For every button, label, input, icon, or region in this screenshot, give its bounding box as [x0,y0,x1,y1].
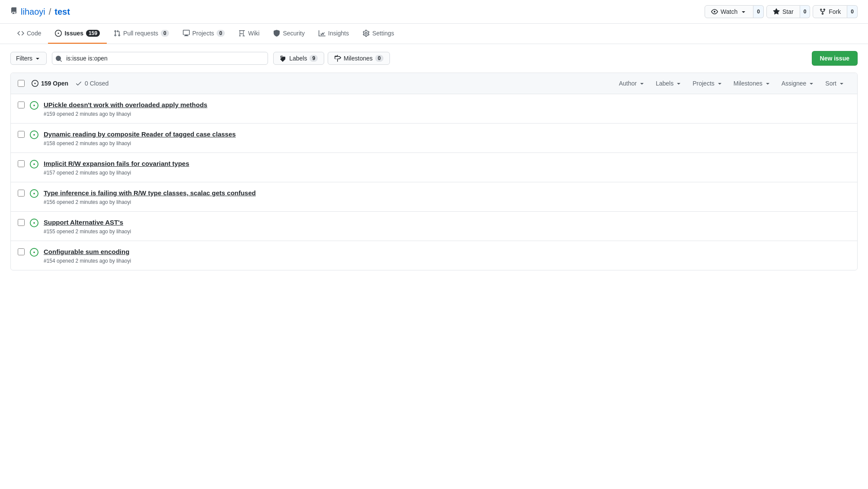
issue-title[interactable]: Configurable sum encoding [44,248,129,255]
fork-group: Fork 0 [813,5,858,18]
issue-meta: #155 opened 2 minutes ago by lihaoyi [44,229,850,235]
issue-title[interactable]: UPickle doesn't work with overloaded app… [44,101,207,108]
new-issue-button[interactable]: New issue [812,51,858,66]
issue-row: Dynamic reading by composite Reader of t… [11,124,857,153]
tab-projects[interactable]: Projects 0 [176,24,232,44]
watch-group: Watch 0 [705,5,764,18]
milestones-label: Milestones [344,55,373,62]
author-label: Author [619,80,637,87]
watch-count: 0 [753,5,764,18]
issue-checkbox[interactable] [18,190,25,197]
issue-row: UPickle doesn't work with overloaded app… [11,94,857,124]
labels-filter[interactable]: Labels [651,78,687,89]
watch-button[interactable]: Watch [705,5,753,18]
labels-button[interactable]: Labels 9 [273,52,324,65]
projects-filter[interactable]: Projects [687,78,728,89]
tab-settings-label: Settings [372,30,394,37]
chevron-down-icon [34,55,41,62]
tab-wiki-label: Wiki [248,30,259,37]
issue-title[interactable]: Implicit R/W expansion fails for covaria… [44,160,189,167]
tab-security[interactable]: Security [266,24,312,44]
filter-bar: Filters Labels 9 Milestones 0 New issue [0,44,868,73]
milestones-button[interactable]: Milestones 0 [328,52,390,65]
select-all-checkbox[interactable] [18,80,25,87]
assignee-filter[interactable]: Assignee [776,78,820,89]
issue-content: Configurable sum encoding #154 opened 2 … [44,247,850,264]
tab-issues-label: Issues [64,30,83,37]
search-input[interactable] [52,52,268,65]
star-button[interactable]: Star [766,5,800,18]
eye-icon [711,8,718,15]
open-count: 159 Open [32,80,68,87]
repo-name-link[interactable]: test [54,7,70,17]
top-bar: lihaoyi / test Watch 0 Star [0,0,868,24]
projects-filter-label: Projects [692,80,715,87]
filters-button[interactable]: Filters [10,52,47,65]
issue-meta: #154 opened 2 minutes ago by lihaoyi [44,258,850,264]
tab-wiki[interactable]: Wiki [232,24,266,44]
issue-meta: #157 opened 2 minutes ago by lihaoyi [44,170,850,176]
issue-open-icon [30,130,38,139]
sort-label: Sort [825,80,836,87]
issue-content: UPickle doesn't work with overloaded app… [44,100,850,117]
fork-count: 0 [847,5,858,18]
repo-icon [10,7,17,16]
tab-pull-requests[interactable]: Pull requests 0 [107,24,176,44]
issue-content: Dynamic reading by composite Reader of t… [44,130,850,146]
issue-open-icon [30,248,38,257]
repo-separator: / [49,7,51,17]
issues-header-left: 159 Open 0 Closed [18,80,607,87]
issue-row: Configurable sum encoding #154 opened 2 … [11,241,857,270]
issue-checkbox[interactable] [18,160,25,167]
fork-button[interactable]: Fork [813,5,847,18]
sort-filter[interactable]: Sort [820,78,850,89]
issues-filters: Author Labels Projects Milestones Assign… [614,78,850,89]
milestones-filter-label: Milestones [734,80,763,87]
chevron-down-icon [740,8,747,15]
issue-title[interactable]: Dynamic reading by composite Reader of t… [44,130,236,138]
code-icon [17,30,24,37]
issue-title[interactable]: Support Alternative AST's [44,219,123,226]
chevron-down-icon [716,80,723,87]
milestones-filter[interactable]: Milestones [728,78,776,89]
closed-count-label: 0 Closed [85,80,108,87]
star-label: Star [782,8,794,15]
repo-owner-link[interactable]: lihaoyi [21,7,45,17]
tab-code-label: Code [27,30,41,37]
chevron-down-icon [638,80,645,87]
issue-meta: #158 opened 2 minutes ago by lihaoyi [44,140,850,146]
tab-insights[interactable]: Insights [312,24,356,44]
issue-title[interactable]: Type inference is failing with R/W type … [44,189,256,197]
chevron-down-icon [808,80,815,87]
tab-projects-badge: 0 [217,30,225,37]
settings-icon [363,30,370,37]
assignee-label: Assignee [782,80,807,87]
author-filter[interactable]: Author [614,78,651,89]
tab-settings[interactable]: Settings [356,24,401,44]
issue-open-icon [30,101,38,110]
label-milestone-area: Labels 9 Milestones 0 [273,52,390,65]
fork-icon [819,8,826,15]
issue-checkbox[interactable] [18,219,25,226]
chevron-down-icon [838,80,845,87]
star-icon [773,8,780,15]
milestone-icon [334,55,341,62]
issue-open-icon [30,160,38,168]
issue-meta: #156 opened 2 minutes ago by lihaoyi [44,199,850,205]
tab-code[interactable]: Code [10,24,48,44]
wiki-icon [239,30,246,37]
issues-icon [55,30,62,37]
insights-icon [319,30,326,37]
closed-count[interactable]: 0 Closed [75,80,108,87]
issue-checkbox[interactable] [18,131,25,138]
issue-open-icon [30,219,38,227]
issue-checkbox[interactable] [18,248,25,255]
security-icon [273,30,280,37]
star-count: 0 [800,5,811,18]
tab-issues[interactable]: Issues 159 [48,24,107,44]
filters-label: Filters [16,55,32,62]
issue-checkbox[interactable] [18,102,25,108]
star-group: Star 0 [766,5,810,18]
top-actions: Watch 0 Star 0 Fork [702,5,858,18]
tab-insights-label: Insights [328,30,349,37]
